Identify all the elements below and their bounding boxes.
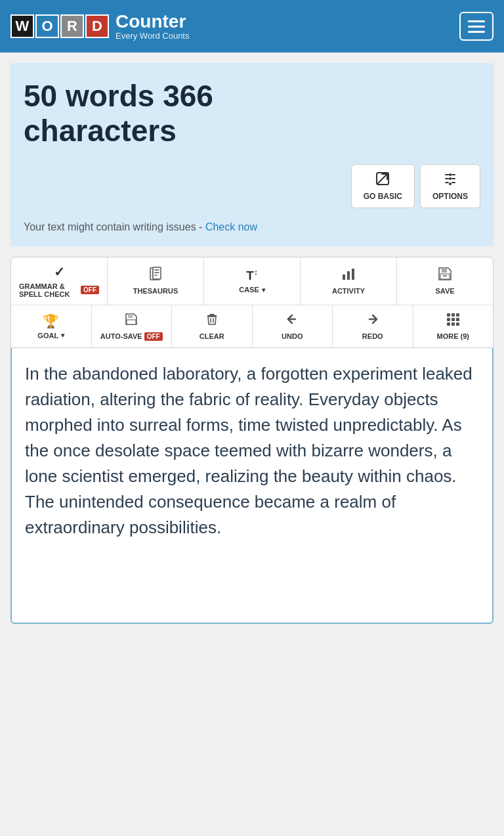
toolbar-section: ✓ GRAMMAR & SPELL CHECK OFF THESAURUS T↕… (10, 257, 494, 348)
hamburger-line-2 (468, 26, 485, 28)
clear-icon (205, 312, 219, 330)
svg-rect-4 (347, 271, 350, 280)
toolbar-row-1: ✓ GRAMMAR & SPELL CHECK OFF THESAURUS T↕… (11, 257, 493, 305)
stats-title: 50 words 366 characters (24, 79, 480, 148)
logo-letter-w: W (10, 14, 34, 38)
thesaurus-icon (148, 267, 163, 284)
thesaurus-button[interactable]: THESAURUS (108, 257, 204, 305)
check-now-link[interactable]: Check now (205, 221, 257, 232)
go-basic-button[interactable]: GO BASIC (351, 164, 415, 208)
svg-rect-18 (456, 322, 459, 326)
svg-rect-8 (128, 314, 133, 318)
svg-rect-3 (343, 275, 345, 280)
redo-label: REDO (362, 332, 383, 340)
brand-name: Counter (116, 12, 189, 31)
clear-button[interactable]: CLEAR (172, 305, 253, 347)
autosave-icon (124, 312, 138, 330)
go-basic-label: GO BASIC (364, 192, 402, 201)
svg-rect-5 (352, 269, 354, 280)
brand-tagline: Every Word Counts (116, 31, 189, 41)
redo-button[interactable]: REDO (333, 305, 413, 347)
svg-rect-9 (127, 320, 136, 324)
toolbar-row-2: 🏆 GOAL AUTO-SAVE OFF (11, 305, 493, 347)
more-icon (446, 312, 460, 330)
thesaurus-label: THESAURUS (133, 287, 178, 295)
activity-label: ACTIVITY (332, 287, 365, 295)
grammar-label: GRAMMAR & SPELL CHECK OFF (19, 282, 99, 298)
logo-text: Counter Every Word Counts (116, 12, 189, 41)
goal-icon: 🏆 (43, 313, 59, 329)
clear-label: CLEAR (200, 332, 224, 340)
options-icon (443, 171, 457, 189)
grammar-spell-check-button[interactable]: ✓ GRAMMAR & SPELL CHECK OFF (11, 257, 108, 305)
case-button[interactable]: T↕ CASE (204, 257, 301, 305)
logo-letter-o: O (35, 14, 59, 38)
logo-area: W O R D Counter Every Word Counts (10, 12, 189, 41)
autosave-label: AUTO-SAVE OFF (100, 332, 163, 341)
redo-icon (366, 312, 380, 330)
svg-rect-14 (452, 318, 455, 321)
logo-letters: W O R D (10, 14, 109, 38)
action-buttons: GO BASIC OPTIONS (24, 164, 480, 208)
save-label: SAVE (435, 287, 454, 295)
case-icon: T↕ (246, 268, 258, 283)
hamburger-line-3 (468, 31, 485, 33)
hamburger-line-1 (468, 20, 485, 22)
stats-line1: 50 words 366 (24, 79, 213, 113)
hamburger-menu-button[interactable] (459, 12, 494, 41)
svg-rect-2 (153, 267, 161, 279)
svg-rect-7 (440, 274, 450, 279)
options-button[interactable]: OPTIONS (420, 164, 480, 208)
more-label: MORE (9) (437, 332, 470, 340)
svg-rect-11 (452, 313, 455, 317)
grammar-text: GRAMMAR & SPELL CHECK (19, 282, 79, 298)
undo-icon (285, 312, 299, 330)
save-button[interactable]: SAVE (397, 257, 493, 305)
stats-section: 50 words 366 characters GO BASIC (10, 63, 494, 246)
svg-rect-13 (447, 318, 450, 321)
undo-button[interactable]: UNDO (253, 305, 333, 347)
options-label: OPTIONS (432, 192, 468, 201)
logo-letter-r: R (60, 14, 84, 38)
text-editor-area[interactable]: In the abandoned laboratory, a forgotten… (10, 348, 494, 624)
svg-rect-17 (452, 322, 455, 326)
writing-issues: Your text might contain writing issues -… (24, 221, 480, 233)
stats-line2: characters (24, 114, 177, 148)
more-button[interactable]: MORE (9) (413, 305, 494, 347)
writing-issues-text: Your text might contain writing issues - (24, 221, 205, 232)
editor-content[interactable]: In the abandoned laboratory, a forgotten… (25, 361, 479, 540)
go-basic-icon (375, 171, 390, 189)
svg-rect-10 (447, 313, 450, 317)
goal-label: GOAL (37, 332, 64, 340)
save-icon (438, 267, 452, 284)
case-label: CASE (239, 286, 265, 294)
goal-button[interactable]: 🏆 GOAL (11, 305, 92, 347)
svg-rect-12 (456, 313, 459, 317)
grammar-off-badge: OFF (81, 286, 99, 294)
svg-rect-16 (447, 322, 450, 326)
activity-icon (341, 267, 356, 284)
logo-letter-d: D (85, 14, 109, 38)
undo-label: UNDO (282, 332, 303, 340)
autosave-off-badge: OFF (144, 332, 163, 341)
activity-button[interactable]: ACTIVITY (301, 257, 397, 305)
checkmark-icon: ✓ (54, 264, 65, 280)
autosave-button[interactable]: AUTO-SAVE OFF (92, 305, 173, 347)
svg-rect-6 (442, 268, 447, 273)
svg-rect-15 (456, 318, 459, 321)
header: W O R D Counter Every Word Counts (0, 0, 504, 53)
